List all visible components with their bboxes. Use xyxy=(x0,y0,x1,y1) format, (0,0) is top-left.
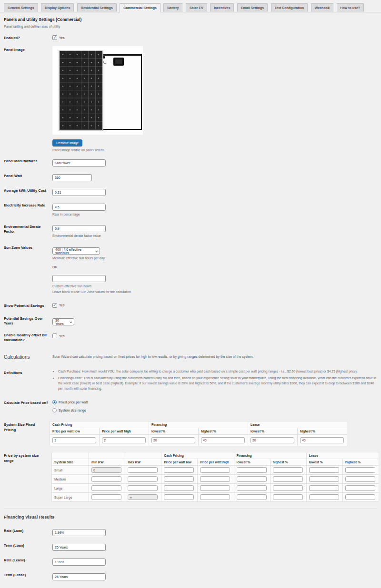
tab-solar-ev[interactable]: Solar EV xyxy=(186,3,207,12)
potential-savings-years-select[interactable]: 30 Years xyxy=(52,318,74,325)
enabled-checkbox[interactable]: ✓ xyxy=(52,35,57,40)
rate-loan-input[interactable] xyxy=(52,529,106,536)
super-large-lease-lowest-input[interactable] xyxy=(309,494,339,500)
monthly-offset-checkbox[interactable] xyxy=(52,333,57,338)
panel-back-view xyxy=(102,54,142,130)
avg-kwh-cost-input[interactable] xyxy=(52,189,106,196)
large-ppw-high-input[interactable] xyxy=(200,485,230,491)
medium-max-kw-input[interactable] xyxy=(128,476,158,482)
medium-lease-lowest-input[interactable] xyxy=(309,476,339,482)
tab-display-options[interactable]: Display Options xyxy=(41,3,74,12)
super-large-ppw-high-input[interactable] xyxy=(200,494,230,500)
calc-basis-fixed-price-radio[interactable] xyxy=(52,400,57,404)
show-potential-savings-option-label: Yes xyxy=(59,304,64,307)
page-subtitle: Panel setting and define rates of utilit… xyxy=(4,25,377,28)
show-potential-savings-checkbox[interactable]: ✓ xyxy=(52,303,57,308)
large-ppw-low-input[interactable] xyxy=(164,485,194,491)
small-ppw-high-input[interactable] xyxy=(200,467,230,473)
tab-general-settings[interactable]: General Settings xyxy=(4,3,38,12)
size-range-table: Cash Pricing Financing Lease System Size… xyxy=(51,452,379,502)
small-lease-highest-input[interactable] xyxy=(345,467,375,473)
medium-fin-lowest-input[interactable] xyxy=(237,476,267,482)
row-term-loan: Term (Loan) xyxy=(4,542,377,551)
tab-incentives[interactable]: Incentives xyxy=(210,3,234,12)
fixed-ppw-high-input[interactable] xyxy=(102,437,146,443)
super-large-min-kw-input[interactable] xyxy=(91,494,121,500)
rate-lease-input[interactable] xyxy=(52,559,106,566)
calc-basis-size-range-radio[interactable] xyxy=(52,408,57,412)
fixed-fin-highest-input[interactable] xyxy=(201,437,245,443)
fixed-ppw-low-input[interactable] xyxy=(52,437,96,443)
chevron-down-icon xyxy=(70,320,72,323)
fixed-group-financing: Financing xyxy=(149,421,248,428)
panel-manufacturer-label: Panel Manufacturer xyxy=(4,157,52,167)
calc-basis-size-range-label: System size range xyxy=(59,409,86,412)
environmental-derate-input[interactable] xyxy=(52,225,106,232)
medium-min-kw-input[interactable] xyxy=(91,476,121,482)
electricity-increase-rate-input[interactable] xyxy=(52,204,106,211)
monthly-offset-option-label: Yes xyxy=(59,334,64,338)
microinverter xyxy=(113,58,124,66)
panel-front-view xyxy=(59,50,103,131)
panel-watt-input[interactable] xyxy=(52,174,92,181)
commercial-settings-page: General Settings Display Options Residen… xyxy=(0,0,381,588)
small-fin-highest-input[interactable] xyxy=(273,467,303,473)
medium-fin-highest-input[interactable] xyxy=(273,476,303,482)
section-divider xyxy=(4,509,377,509)
show-potential-savings-label: Show Potential Savings xyxy=(4,302,52,308)
custom-sun-hours-input[interactable] xyxy=(52,275,106,282)
tab-how-to-use[interactable]: How to use? xyxy=(337,3,364,12)
medium-ppw-high-input[interactable] xyxy=(200,476,230,482)
super-large-fin-highest-input[interactable] xyxy=(273,494,303,500)
large-fin-lowest-input[interactable] xyxy=(237,485,267,491)
monthly-offset-label: Enable monthly offset bill calculation? xyxy=(4,332,52,343)
sun-zone-selected-value: 400 | 4.6 effective sunhours xyxy=(55,248,93,255)
remove-image-button[interactable]: Remove image xyxy=(52,139,82,147)
fixed-pricing-label: System Size Fixed Pricing xyxy=(4,421,50,446)
table-row-super-large: Super Large xyxy=(52,493,379,502)
tab-email-settings[interactable]: Email Settings xyxy=(237,3,268,12)
tab-commercial-settings[interactable]: Commercial Settings xyxy=(120,3,160,12)
range-row-super-large-name: Super Large xyxy=(52,493,89,502)
medium-ppw-low-input[interactable] xyxy=(164,476,194,482)
fixed-lease-lowest-input[interactable] xyxy=(251,437,294,443)
sun-zone-select[interactable]: 400 | 4.6 effective sunhours xyxy=(52,247,100,255)
calculations-description: Solar Wizard can calculate pricing based… xyxy=(52,354,377,358)
large-fin-highest-input[interactable] xyxy=(273,485,303,491)
super-large-max-kw-input[interactable] xyxy=(128,494,158,500)
super-large-fin-lowest-input[interactable] xyxy=(237,494,267,500)
large-min-kw-input[interactable] xyxy=(91,485,121,491)
electricity-increase-rate-label: Electricity Increase Rate xyxy=(4,202,52,217)
row-panel-watt: Panel Watt xyxy=(4,172,377,181)
fixed-col-lease-highest: highest % xyxy=(298,428,347,435)
term-loan-input[interactable] xyxy=(52,544,106,551)
small-lease-lowest-input[interactable] xyxy=(309,467,339,473)
fixed-fin-lowest-input[interactable] xyxy=(151,437,195,443)
large-lease-lowest-input[interactable] xyxy=(309,485,339,491)
small-min-kw-input[interactable] xyxy=(91,467,121,473)
tab-residential-settings[interactable]: Residential Settings xyxy=(77,3,117,12)
large-lease-highest-input[interactable] xyxy=(345,485,375,491)
environmental-derate-description: Environmental derate factor value xyxy=(52,234,377,238)
large-max-kw-input[interactable] xyxy=(128,485,158,491)
row-rate-loan: Rate (Loan) xyxy=(4,527,377,536)
row-definitions: Definitions Cash Purchase: How much woul… xyxy=(4,369,377,393)
tab-battery[interactable]: Battery xyxy=(163,3,182,12)
small-fin-lowest-input[interactable] xyxy=(237,467,267,473)
electricity-increase-rate-description: Rate in percentage xyxy=(52,212,377,217)
medium-lease-highest-input[interactable] xyxy=(345,476,375,482)
small-max-kw-input[interactable] xyxy=(128,467,158,473)
super-large-ppw-low-input[interactable] xyxy=(164,494,194,500)
row-rate-lease: Rate (Lease) xyxy=(4,557,377,566)
row-monthly-offset: Enable monthly offset bill calculation? … xyxy=(4,332,377,343)
small-ppw-low-input[interactable] xyxy=(164,467,194,473)
term-lease-input[interactable] xyxy=(52,573,106,580)
tab-text-configuration[interactable]: Text Configuration xyxy=(271,3,308,12)
potential-savings-years-label: Potential Savings Over Years xyxy=(4,315,52,326)
enabled-label: Enabled? xyxy=(4,34,52,40)
panel-manufacturer-input[interactable] xyxy=(52,159,106,167)
tab-webhook[interactable]: Webhook xyxy=(311,3,333,12)
fixed-lease-highest-input[interactable] xyxy=(300,437,344,443)
super-large-lease-highest-input[interactable] xyxy=(345,494,375,500)
fixed-group-lease: Lease xyxy=(248,421,347,428)
